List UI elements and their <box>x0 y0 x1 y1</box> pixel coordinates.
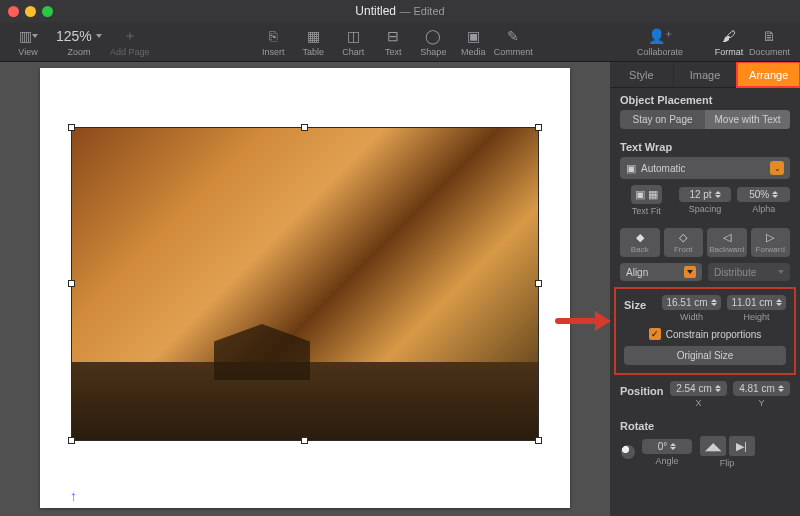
backward-icon: ◁ <box>723 231 731 244</box>
forward-icon: ▷ <box>766 231 774 244</box>
object-placement-title: Object Placement <box>620 94 790 106</box>
collaborate-button[interactable]: 👤⁺Collaborate <box>637 27 683 57</box>
angle-stepper[interactable]: 0° <box>642 439 692 454</box>
image-foreground-decoration <box>72 362 538 440</box>
object-placement-segmented: Stay on Page Move with Text <box>620 110 790 129</box>
distribute-dropdown[interactable]: Distribute <box>708 263 790 281</box>
title-status: — Edited <box>399 5 444 17</box>
zoom-button[interactable]: 125% Zoom <box>48 27 110 57</box>
media-icon: ▣ <box>467 27 480 45</box>
layer-back-button[interactable]: ◆Back <box>620 228 660 257</box>
spacing-label: Spacing <box>689 204 722 214</box>
section-position: Position 2.54 cm X 4.81 cm Y <box>610 375 800 414</box>
annotation-arrow <box>555 311 611 331</box>
original-size-button[interactable]: Original Size <box>624 346 786 365</box>
canvas[interactable]: ↑ <box>0 62 610 516</box>
size-title: Size <box>624 295 656 311</box>
resize-handle-mr[interactable] <box>535 280 542 287</box>
section-layers: ◆Back ◇Front ◁Backward ▷Forward Align Di… <box>610 222 800 287</box>
text-icon: ⊟ <box>387 27 399 45</box>
flip-vertical-button[interactable]: ▶| <box>729 436 755 456</box>
text-wrap-title: Text Wrap <box>620 141 790 153</box>
document-page[interactable]: ↑ <box>40 68 570 508</box>
window-titlebar: Untitled — Edited <box>0 0 800 22</box>
resize-handle-tr[interactable] <box>535 124 542 131</box>
chart-icon: ◫ <box>347 27 360 45</box>
position-x-stepper[interactable]: 2.54 cm <box>670 381 727 396</box>
insert-button[interactable]: ⎘Insert <box>253 27 293 57</box>
text-fit-options[interactable]: ▣ ▦ <box>631 185 662 204</box>
chevron-down-icon <box>778 270 784 274</box>
resize-handle-tl[interactable] <box>68 124 75 131</box>
rotation-wheel[interactable] <box>620 444 636 460</box>
flip-v-icon: ▶| <box>736 440 747 453</box>
position-y-stepper[interactable]: 4.81 cm <box>733 381 790 396</box>
section-size: Size 16.51 cm Width 11.01 cm Height ✓ Co… <box>614 287 796 375</box>
insertion-cursor-icon: ↑ <box>70 488 77 504</box>
width-label: Width <box>680 312 703 322</box>
layer-forward-button[interactable]: ▷Forward <box>751 228 791 257</box>
height-stepper[interactable]: 11.01 cm <box>727 295 786 310</box>
resize-handle-ml[interactable] <box>68 280 75 287</box>
chevron-down-icon <box>684 266 696 278</box>
document-title: Untitled — Edited <box>355 4 444 18</box>
align-dropdown[interactable]: Align <box>620 263 702 281</box>
resize-handle-br[interactable] <box>535 437 542 444</box>
height-label: Height <box>743 312 769 322</box>
format-inspector: Style Image Arrange Object Placement Sta… <box>610 62 800 516</box>
text-button[interactable]: ⊟Text <box>373 27 413 57</box>
view-button[interactable]: ▥ View <box>8 27 48 57</box>
rotate-title: Rotate <box>620 420 790 432</box>
table-icon: ▦ <box>307 27 320 45</box>
inspector-tabs: Style Image Arrange <box>610 62 800 88</box>
resize-handle-bm[interactable] <box>301 437 308 444</box>
constrain-proportions-checkbox[interactable]: ✓ Constrain proportions <box>624 328 786 340</box>
spacing-stepper[interactable]: 12 pt <box>679 187 732 202</box>
resize-handle-tm[interactable] <box>301 124 308 131</box>
section-rotate: Rotate 0° Angle ◢◣ ▶| Flip <box>610 414 800 474</box>
tab-style[interactable]: Style <box>610 62 674 87</box>
section-object-placement: Object Placement Stay on Page Move with … <box>610 88 800 135</box>
format-button[interactable]: 🖌Format <box>709 27 749 57</box>
text-fit-around-icon: ▣ <box>635 188 645 201</box>
flip-h-icon: ◢◣ <box>705 440 721 453</box>
tab-image[interactable]: Image <box>674 62 738 87</box>
comment-button[interactable]: ✎Comment <box>493 27 533 57</box>
title-text: Untitled <box>355 4 396 18</box>
alpha-stepper[interactable]: 50% <box>737 187 790 202</box>
chart-button[interactable]: ◫Chart <box>333 27 373 57</box>
collaborate-icon: 👤⁺ <box>648 27 672 45</box>
text-wrap-dropdown[interactable]: ▣ Automatic ⌄ <box>620 157 790 179</box>
seg-stay-on-page[interactable]: Stay on Page <box>620 110 705 129</box>
flip-horizontal-button[interactable]: ◢◣ <box>700 436 726 456</box>
sidebar-icon: ▥ <box>19 27 38 45</box>
x-label: X <box>695 398 701 408</box>
section-text-wrap: Text Wrap ▣ Automatic ⌄ ▣ ▦ Text Fit 12 … <box>610 135 800 222</box>
add-page-button[interactable]: ＋ Add Page <box>110 27 150 57</box>
tab-arrange[interactable]: Arrange <box>737 62 800 87</box>
toolbar: ▥ View 125% Zoom ＋ Add Page ⎘Insert ▦Tab… <box>0 22 800 62</box>
alpha-label: Alpha <box>752 204 775 214</box>
selected-image[interactable] <box>72 128 538 440</box>
seg-move-with-text[interactable]: Move with Text <box>705 110 790 129</box>
insert-icon: ⎘ <box>269 27 277 45</box>
shape-button[interactable]: ◯Shape <box>413 27 453 57</box>
width-stepper[interactable]: 16.51 cm <box>662 295 721 310</box>
table-button[interactable]: ▦Table <box>293 27 333 57</box>
checkbox-checked-icon: ✓ <box>649 328 661 340</box>
text-wrap-value: Automatic <box>641 163 685 174</box>
layer-front-button[interactable]: ◇Front <box>664 228 704 257</box>
document-button[interactable]: 🗎Document <box>749 27 790 57</box>
zoom-window-button[interactable] <box>42 6 53 17</box>
layer-backward-button[interactable]: ◁Backward <box>707 228 747 257</box>
plus-icon: ＋ <box>123 27 137 45</box>
comment-icon: ✎ <box>507 27 519 45</box>
resize-handle-bl[interactable] <box>68 437 75 444</box>
angle-label: Angle <box>655 456 678 466</box>
media-button[interactable]: ▣Media <box>453 27 493 57</box>
close-window-button[interactable] <box>8 6 19 17</box>
document-icon: 🗎 <box>762 27 776 45</box>
minimize-window-button[interactable] <box>25 6 36 17</box>
text-fit-through-icon: ▦ <box>648 188 658 201</box>
back-icon: ◆ <box>636 231 644 244</box>
